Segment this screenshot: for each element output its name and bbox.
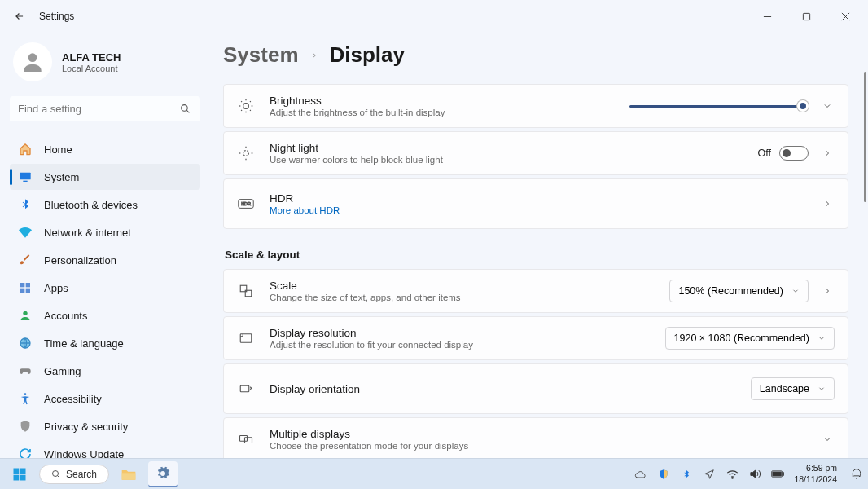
- svg-point-16: [243, 104, 249, 109]
- sidebar-item-system[interactable]: System: [10, 164, 200, 190]
- globe-icon: [18, 336, 33, 350]
- chevron-down-icon[interactable]: [820, 99, 835, 113]
- search-input[interactable]: [18, 103, 178, 115]
- chevron-right-icon[interactable]: [820, 284, 835, 298]
- breadcrumb-parent[interactable]: System: [223, 42, 299, 68]
- start-button[interactable]: [5, 461, 34, 487]
- sidebar-item-gaming[interactable]: Gaming: [10, 358, 200, 384]
- svg-text:HDR: HDR: [241, 201, 251, 206]
- sidebar-item-update[interactable]: Windows Update: [10, 441, 200, 458]
- card-title: Multiple displays: [270, 428, 805, 440]
- chevron-down-icon[interactable]: [820, 432, 835, 447]
- tray-clock[interactable]: 6:59 pm 18/11/2024: [794, 463, 840, 484]
- taskbar-settings[interactable]: [148, 461, 178, 487]
- svg-rect-50: [773, 472, 781, 476]
- card-title: HDR: [270, 192, 805, 205]
- svg-rect-37: [240, 385, 249, 392]
- scale-card[interactable]: Scale Change the size of text, apps, and…: [223, 269, 848, 313]
- sidebar-item-time[interactable]: Time & language: [10, 330, 200, 356]
- orientation-card[interactable]: Display orientation Landscape: [223, 363, 848, 414]
- sidebar-item-home[interactable]: Home: [10, 136, 200, 162]
- card-sub: Adjust the resolution to fit your connec…: [270, 340, 651, 350]
- multiple-displays-card[interactable]: Multiple displays Choose the presentatio…: [223, 417, 848, 458]
- section-scale-layout: Scale & layout: [225, 249, 848, 261]
- sidebar-item-network[interactable]: Network & internet: [10, 219, 200, 245]
- search-icon[interactable]: [178, 101, 192, 116]
- search-box[interactable]: [10, 96, 200, 121]
- sidebar-item-label: Accounts: [44, 310, 87, 322]
- sidebar-item-privacy[interactable]: Privacy & security: [10, 413, 200, 439]
- tray-location-icon[interactable]: [703, 468, 716, 481]
- nav-list: Home System Bluetooth & devices Network …: [10, 136, 200, 458]
- back-button[interactable]: [7, 3, 33, 29]
- tray-bluetooth-icon[interactable]: [680, 468, 693, 481]
- window-title: Settings: [39, 11, 74, 22]
- card-title: Scale: [270, 280, 655, 292]
- tray-wifi-icon[interactable]: [726, 468, 739, 481]
- svg-rect-10: [26, 283, 30, 287]
- toggle-state-label: Off: [758, 148, 771, 159]
- sidebar-item-label: Accessibility: [44, 393, 102, 405]
- system-icon: [18, 170, 33, 184]
- svg-rect-34: [240, 334, 252, 343]
- sidebar-item-bluetooth[interactable]: Bluetooth & devices: [10, 192, 200, 218]
- brightness-card[interactable]: Brightness Adjust the brightness of the …: [223, 84, 848, 128]
- tray-security-icon[interactable]: [657, 468, 670, 481]
- apps-icon: [18, 280, 33, 295]
- window-controls: [757, 7, 861, 26]
- resolution-card[interactable]: Display resolution Adjust the resolution…: [223, 316, 848, 360]
- sidebar-item-label: Privacy & security: [44, 421, 128, 433]
- svg-point-13: [23, 311, 27, 315]
- sidebar-item-label: System: [44, 171, 79, 183]
- svg-line-21: [241, 101, 242, 102]
- brightness-slider[interactable]: [629, 98, 809, 114]
- svg-point-47: [732, 477, 733, 478]
- sidebar-item-personalization[interactable]: Personalization: [10, 247, 200, 273]
- svg-rect-46: [122, 473, 136, 479]
- sidebar-item-accounts[interactable]: Accounts: [10, 302, 200, 328]
- sidebar: ALFA TECH Local Account Home System Blue…: [0, 33, 210, 458]
- tray-notifications-icon[interactable]: [850, 468, 863, 481]
- svg-rect-12: [26, 289, 30, 293]
- sidebar-item-label: Apps: [44, 282, 68, 294]
- profile-account-type: Local Account: [62, 64, 121, 73]
- nightlight-card[interactable]: Night light Use warmer colors to help bl…: [223, 131, 848, 175]
- taskbar-file-explorer[interactable]: [114, 461, 143, 487]
- taskbar-search-label: Search: [66, 469, 97, 480]
- nightlight-icon: [237, 144, 255, 162]
- taskbar-search[interactable]: Search: [39, 465, 109, 484]
- select-value: 150% (Recommended): [678, 285, 783, 297]
- sidebar-item-apps[interactable]: Apps: [10, 275, 200, 301]
- nightlight-toggle[interactable]: [779, 146, 809, 161]
- chevron-right-icon: [310, 51, 318, 59]
- chevron-down-icon: [818, 385, 826, 393]
- chevron-right-icon[interactable]: [820, 146, 835, 161]
- hdr-card[interactable]: HDR HDR More about HDR: [223, 178, 848, 229]
- tray-battery-icon[interactable]: [771, 468, 784, 481]
- resolution-icon: [237, 329, 255, 347]
- tray-onedrive-icon[interactable]: [634, 468, 647, 481]
- scrollbar[interactable]: [864, 72, 866, 450]
- tray-date: 18/11/2024: [794, 474, 837, 485]
- sidebar-item-label: Home: [44, 143, 72, 156]
- chevron-right-icon[interactable]: [820, 196, 835, 211]
- brightness-icon: [237, 97, 255, 115]
- svg-rect-9: [20, 283, 24, 287]
- sidebar-item-accessibility[interactable]: Accessibility: [10, 385, 200, 412]
- hdr-icon: HDR: [237, 195, 255, 213]
- card-title: Night light: [270, 142, 743, 154]
- orientation-select[interactable]: Landscape: [751, 377, 835, 400]
- close-button[interactable]: [835, 7, 855, 26]
- svg-point-25: [243, 151, 249, 156]
- resolution-select[interactable]: 1920 × 1080 (Recommended): [665, 327, 835, 350]
- tray-volume-icon[interactable]: [748, 468, 761, 481]
- profile-block[interactable]: ALFA TECH Local Account: [10, 39, 200, 96]
- scale-select[interactable]: 150% (Recommended): [669, 280, 809, 302]
- svg-rect-39: [245, 438, 252, 443]
- maximize-button[interactable]: [796, 7, 816, 26]
- minimize-button[interactable]: [757, 7, 777, 26]
- svg-rect-38: [240, 436, 248, 442]
- hdr-link[interactable]: More about HDR: [270, 205, 805, 215]
- breadcrumb-current: Display: [330, 42, 406, 68]
- svg-rect-40: [14, 468, 20, 474]
